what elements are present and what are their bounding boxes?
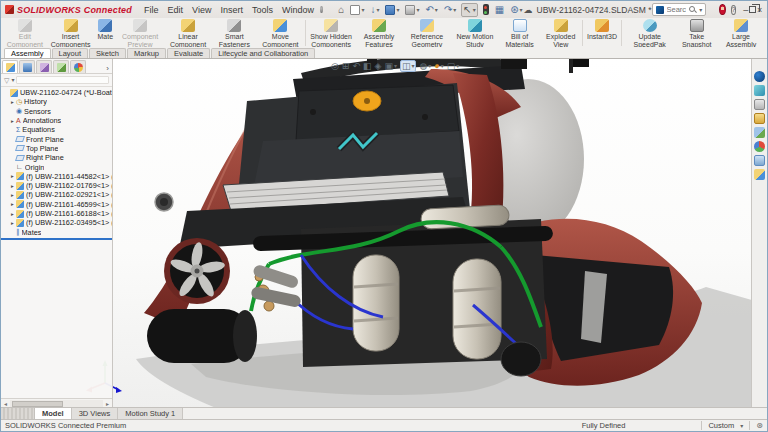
scroll-left-icon[interactable]: ◂ bbox=[1, 400, 10, 407]
hide-show-items-icon[interactable]: ◍▾ bbox=[419, 61, 431, 71]
tab-lifecycle-and-collaboration[interactable]: Lifecycle and Collaboration bbox=[211, 48, 315, 58]
panel-tab-dimxpert-manager[interactable] bbox=[53, 60, 69, 73]
menu-tools[interactable]: Tools bbox=[252, 5, 273, 15]
reference-geometry-button[interactable]: Reference Geometry▾ bbox=[403, 19, 451, 47]
mate-button[interactable]: Mate bbox=[95, 19, 117, 41]
view-palette-icon[interactable] bbox=[754, 127, 765, 138]
custom-properties-icon[interactable] bbox=[754, 155, 765, 166]
share-icon[interactable] bbox=[754, 85, 765, 96]
tab-sketch[interactable]: Sketch bbox=[89, 48, 126, 58]
status-options-icon[interactable]: ⊛ bbox=[756, 421, 763, 430]
save-button[interactable]: ▾ bbox=[384, 4, 400, 16]
tree-row--f-ubw-21161-46599-1-int[interactable]: ▸(f) UBW-21161-46599<1> (*Interior* bbox=[1, 200, 112, 209]
previous-view-icon[interactable]: ↶ bbox=[352, 61, 360, 71]
scroll-right-icon[interactable]: ▸ bbox=[103, 400, 112, 407]
tab-assembly[interactable]: Assembly bbox=[4, 48, 51, 58]
3dexperience-icon[interactable] bbox=[754, 71, 765, 82]
tree-row-ubw-21162-04724-u-boat-w[interactable]: UBW-21162-04724 (*U-Boat Worx NEMO bbox=[1, 88, 112, 97]
large-assembly-settings-button[interactable]: Large Assembly Settings bbox=[717, 19, 765, 47]
scrollbar-thumb[interactable] bbox=[12, 401, 63, 407]
tab-layout[interactable]: Layout bbox=[52, 48, 89, 58]
zoom-to-area-icon[interactable]: ⊞ bbox=[342, 61, 350, 71]
show-hidden-components-button[interactable]: Show Hidden Components bbox=[307, 19, 355, 47]
expand-arrow-icon[interactable]: ▸ bbox=[9, 99, 16, 105]
new-motion-study-button[interactable]: New Motion Study bbox=[451, 19, 499, 47]
rollback-bar[interactable] bbox=[1, 238, 112, 240]
tree-row--f-ubw-21162-03495-1-aut[interactable]: ▸(f) UBW-21162-03495<1> (*Auto Co bbox=[1, 218, 112, 227]
display-style-icon[interactable]: ◫▾ bbox=[400, 60, 417, 72]
tab-scroll-area[interactable] bbox=[1, 408, 35, 419]
tree-row--f-ubw-21161-44582-1-exo[interactable]: ▸(f) UBW-21161-44582<1> (*Exostruc bbox=[1, 172, 112, 181]
expand-arrow-icon[interactable]: ▸ bbox=[9, 211, 16, 217]
smart-fasteners-button[interactable]: Smart Fasteners bbox=[212, 19, 257, 47]
home-button[interactable]: ⌂ bbox=[337, 4, 345, 16]
bill-of-materials-button[interactable]: Bill of Materials bbox=[499, 19, 541, 47]
panel-tab-featuremanager-design-tree[interactable] bbox=[2, 60, 18, 73]
panel-tab-configuration-manager[interactable] bbox=[36, 60, 52, 73]
appearances-icon[interactable] bbox=[754, 141, 765, 152]
pin-menu-icon[interactable] bbox=[320, 6, 323, 13]
view-orientation-icon[interactable]: ▣▾ bbox=[384, 61, 397, 71]
tree-row-top-plane[interactable]: Top Plane bbox=[1, 144, 112, 153]
menu-window[interactable]: Window bbox=[282, 5, 314, 15]
move-component-button[interactable]: Move Component▾ bbox=[257, 19, 304, 47]
take-snapshot-button[interactable]: Take Snapshot bbox=[676, 19, 717, 47]
doc-tab-model[interactable]: Model bbox=[35, 408, 72, 419]
filter-input[interactable] bbox=[16, 76, 109, 84]
print-button[interactable]: ▾ bbox=[404, 4, 420, 16]
file-properties-button[interactable]: ▦ bbox=[494, 4, 505, 16]
instant3d-button[interactable]: Instant3D bbox=[584, 19, 620, 41]
display-mode-dropdown[interactable]: Custom bbox=[708, 421, 734, 430]
scrollbar-track[interactable] bbox=[10, 400, 103, 408]
doc-tab-3d-views[interactable]: 3D Views bbox=[72, 408, 119, 419]
file-explorer-icon[interactable] bbox=[754, 113, 765, 124]
filter-caret-icon[interactable]: ▾ bbox=[11, 77, 14, 83]
tab-evaluate[interactable]: Evaluate bbox=[167, 48, 210, 58]
panel-tab-property-manager[interactable] bbox=[19, 60, 35, 73]
model-view-submarine[interactable] bbox=[1, 59, 767, 407]
open-button[interactable]: ↓▾ bbox=[369, 4, 380, 16]
new-button[interactable]: ▾ bbox=[349, 4, 365, 16]
expand-arrow-icon[interactable]: ▸ bbox=[9, 192, 16, 198]
tree-row--f-ubw-21162-02921-1-bat[interactable]: ▸(f) UBW-21162-02921<1> (*Battery S bbox=[1, 190, 112, 199]
doc-tab-motion-study-1[interactable]: Motion Study 1 bbox=[118, 408, 183, 419]
tree-row-annotations[interactable]: ▸AAnnotations bbox=[1, 116, 112, 125]
tree-filter-row[interactable]: ▽ ▾ bbox=[1, 74, 112, 87]
section-view-icon[interactable]: ◧ bbox=[363, 61, 372, 71]
select-button[interactable]: ↖▾ bbox=[461, 3, 477, 17]
options-button[interactable]: ⊛▾ bbox=[509, 4, 523, 16]
view-settings-icon[interactable]: ▢▾ bbox=[447, 61, 460, 71]
tree-horizontal-scrollbar[interactable]: ◂ ▸ bbox=[1, 398, 112, 407]
display-mode-caret-icon[interactable]: ▾ bbox=[740, 423, 743, 429]
tree-row-right-plane[interactable]: Right Plane bbox=[1, 153, 112, 162]
expand-arrow-icon[interactable]: ▸ bbox=[9, 201, 16, 207]
tree-row-origin[interactable]: ∟Origin bbox=[1, 162, 112, 171]
menu-edit[interactable]: Edit bbox=[168, 5, 184, 15]
update-speedpak-button[interactable]: Update SpeedPak Subassemblies bbox=[623, 19, 676, 47]
redo-button[interactable]: ↷▾ bbox=[443, 4, 457, 16]
expand-arrow-icon[interactable]: ▸ bbox=[9, 173, 16, 179]
tree-row-mates[interactable]: ∥Mates bbox=[1, 227, 112, 236]
menu-view[interactable]: View bbox=[192, 5, 211, 15]
tree-row-front-plane[interactable]: Front Plane bbox=[1, 134, 112, 143]
tab-markup[interactable]: Markup bbox=[127, 48, 166, 58]
dynamic-annotation-views-icon[interactable]: ◈ bbox=[374, 61, 381, 71]
panel-tabs-overflow-icon[interactable]: › bbox=[106, 64, 111, 73]
edit-appearance-icon[interactable]: ●▾ bbox=[434, 61, 443, 71]
help-icon[interactable]: ? bbox=[731, 5, 737, 15]
filter-icon[interactable]: ▽ bbox=[4, 77, 9, 84]
restore-button[interactable] bbox=[749, 2, 756, 17]
rebuild-button[interactable] bbox=[482, 3, 490, 16]
user-avatar[interactable] bbox=[719, 4, 725, 15]
minimize-button[interactable]: – bbox=[742, 2, 749, 17]
tree-row-history[interactable]: ▸◷History bbox=[1, 97, 112, 106]
menu-insert[interactable]: Insert bbox=[220, 5, 243, 15]
search-box[interactable]: ▾ bbox=[652, 3, 707, 16]
search-caret-icon[interactable]: ▾ bbox=[699, 7, 702, 13]
tree-row--f-ubw-21161-66188-1-sha[interactable]: ▸(f) UBW-21161-66188<1> (*Shape E bbox=[1, 209, 112, 218]
undo-button[interactable]: ↶▾ bbox=[424, 4, 438, 16]
menu-file[interactable]: File bbox=[144, 5, 159, 15]
tree-row-equations[interactable]: ΣEquations bbox=[1, 125, 112, 134]
search-icon[interactable] bbox=[689, 6, 696, 13]
expand-arrow-icon[interactable]: ▸ bbox=[9, 118, 16, 124]
